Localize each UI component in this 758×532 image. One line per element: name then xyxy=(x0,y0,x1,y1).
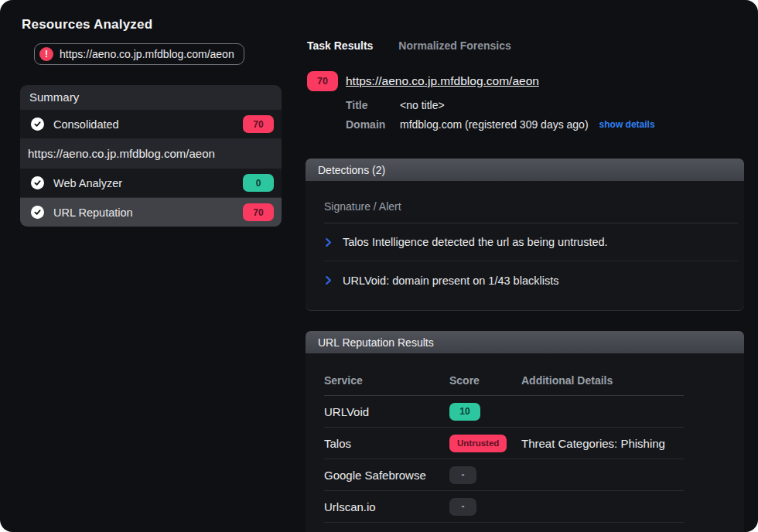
chevron-right-icon xyxy=(324,238,333,247)
summary-row-label: Web Analyzer xyxy=(53,177,122,189)
summary-panel: Summary Consolidated 70 https://aeno.co.… xyxy=(20,85,282,227)
page-title: Resources Analyzed xyxy=(22,17,152,32)
detections-body: Signature / Alert Talos Intelligence det… xyxy=(306,181,744,299)
check-circle-icon xyxy=(31,206,44,219)
check-circle-icon xyxy=(31,176,44,189)
score-badge: - xyxy=(449,498,476,516)
alert-icon: ! xyxy=(39,47,53,61)
reputation-table-header: Service Score Additional Details xyxy=(324,353,684,396)
tab-task-results[interactable]: Task Results xyxy=(307,39,373,52)
service-cell: URLVoid xyxy=(324,405,449,418)
column-header-score: Score xyxy=(449,374,521,387)
detection-row[interactable]: URLVoid: domain present on 1/43 blacklis… xyxy=(324,261,738,299)
score-badge: - xyxy=(449,466,476,484)
detections-card-header: Detections (2) xyxy=(306,159,744,181)
main-tabs: Task Results Normalized Forensics xyxy=(307,39,511,52)
title-field-row: Title <no title> xyxy=(346,96,655,115)
score-badge: 10 xyxy=(449,403,480,421)
table-row: Urlscan.io - xyxy=(324,491,684,523)
service-cell: Talos xyxy=(324,437,449,450)
check-circle-icon xyxy=(31,118,44,131)
detection-row[interactable]: Talos Intelligence detected the url as b… xyxy=(324,223,738,261)
reputation-table: Service Score Additional Details URLVoid… xyxy=(324,353,684,523)
score-badge: 70 xyxy=(243,115,274,133)
analyzed-url-chip[interactable]: ! https://aeno.co.jp.mfdblog.com/aeon xyxy=(34,43,244,65)
url-reputation-card-header: URL Reputation Results xyxy=(306,331,744,353)
service-cell: Urlscan.io xyxy=(324,500,449,513)
domain-field-value: mfdblog.com (registered 309 days ago) xyxy=(400,115,589,135)
result-score-badge: 70 xyxy=(307,71,338,91)
chevron-right-icon xyxy=(324,276,333,285)
title-field-label: Title xyxy=(346,96,400,115)
column-header-additional-details: Additional Details xyxy=(521,374,684,387)
tab-normalized-forensics[interactable]: Normalized Forensics xyxy=(398,39,511,52)
details-cell: Threat Categories: Phishing xyxy=(521,437,684,450)
result-header: 70 https://aeno.co.jp.mfdblog.com/aeon T… xyxy=(307,71,655,135)
column-header-service: Service xyxy=(324,374,449,387)
table-row: URLVoid 10 xyxy=(324,396,684,428)
summary-row-url-reputation[interactable]: URL Reputation 70 xyxy=(20,197,282,227)
domain-field-row: Domain mfdblog.com (registered 309 days … xyxy=(346,115,655,135)
summary-row-web-analyzer[interactable]: Web Analyzer 0 xyxy=(20,168,282,197)
show-details-link[interactable]: show details xyxy=(599,115,655,135)
summary-group-label: https://aeno.co.jp.mfdblog.com/aeon xyxy=(28,147,215,160)
detection-text: URLVoid: domain present on 1/43 blacklis… xyxy=(343,275,558,287)
url-reputation-body: Service Score Additional Details URLVoid… xyxy=(306,353,744,523)
table-row: Google Safebrowse - xyxy=(324,459,684,491)
service-cell: Google Safebrowse xyxy=(324,469,449,482)
domain-field-label: Domain xyxy=(346,115,400,135)
signature-alert-column-header: Signature / Alert xyxy=(324,181,738,223)
summary-row-consolidated[interactable]: Consolidated 70 xyxy=(20,109,282,138)
summary-group-url: https://aeno.co.jp.mfdblog.com/aeon xyxy=(20,138,282,168)
app-screen: Resources Analyzed ! https://aeno.co.jp.… xyxy=(0,0,758,532)
result-url-link[interactable]: https://aeno.co.jp.mfdblog.com/aeon xyxy=(346,71,539,91)
url-reputation-card: URL Reputation Results Service Score Add… xyxy=(306,331,744,532)
table-row: Talos Untrusted Threat Categories: Phish… xyxy=(324,428,684,459)
summary-header: Summary xyxy=(20,85,282,109)
detection-text: Talos Intelligence detected the url as b… xyxy=(343,236,608,248)
detections-card: Detections (2) Signature / Alert Talos I… xyxy=(306,159,744,311)
summary-row-label: URL Reputation xyxy=(53,206,133,219)
analyzed-url-text: https://aeno.co.jp.mfdblog.com/aeon xyxy=(60,48,234,60)
title-field-value: <no title> xyxy=(400,96,445,115)
summary-row-label: Consolidated xyxy=(53,118,119,131)
score-badge: 70 xyxy=(243,203,274,221)
result-info: https://aeno.co.jp.mfdblog.com/aeon Titl… xyxy=(346,71,655,135)
score-badge: Untrusted xyxy=(449,435,507,452)
score-badge: 0 xyxy=(243,174,274,192)
